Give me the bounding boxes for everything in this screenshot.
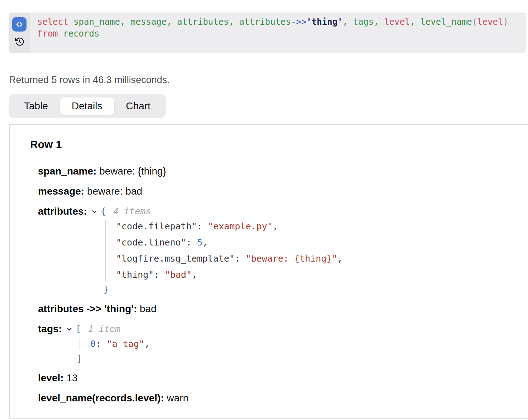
- json-viewer-header: attributes: { 4 items: [38, 205, 517, 218]
- history-icon: [15, 37, 24, 47]
- sql-token: level: [384, 17, 410, 27]
- json-entry: 0:"a tag",: [90, 336, 517, 352]
- sql-editor: select span_name, message, attributes, a…: [9, 13, 526, 53]
- sql-token: ->>: [291, 17, 306, 27]
- item-count: 1 item: [88, 323, 120, 335]
- field-label: attributes:: [38, 205, 87, 218]
- field-value: 13: [66, 372, 77, 383]
- close-bracket: ]: [38, 352, 517, 366]
- chevron-down-icon[interactable]: [91, 208, 98, 215]
- field-label: message:: [38, 186, 84, 197]
- field-value: beware: {thing}: [99, 166, 166, 177]
- chevron-down-icon[interactable]: [66, 325, 73, 333]
- open-bracket: [: [76, 323, 81, 335]
- code-icon: [15, 20, 24, 29]
- json-key: "logfire.msg_template": [116, 253, 235, 264]
- json-entry: "thing":"bad",: [116, 267, 517, 283]
- field-label: tags:: [38, 323, 62, 335]
- row-title: Row 1: [30, 138, 517, 151]
- tab-details[interactable]: Details: [60, 97, 114, 115]
- json-key: "code.filepath": [116, 221, 197, 232]
- json-comma: ,: [337, 253, 343, 264]
- json-colon: :: [154, 269, 159, 280]
- field-label: level:: [38, 372, 64, 383]
- field-level: level: 13: [38, 372, 517, 384]
- json-value: "beware: {thing}": [246, 253, 337, 264]
- run-query-button[interactable]: [12, 17, 27, 32]
- result-view-tabs: Table Details Chart: [9, 94, 166, 118]
- json-comma: ,: [273, 221, 278, 232]
- json-entry: "logfire.msg_template":"beware: {thing}"…: [116, 250, 517, 267]
- json-colon: :: [197, 221, 202, 232]
- field-tags: tags: [ 1 item 0:"a tag", ]: [38, 323, 517, 366]
- sql-token: select: [37, 17, 68, 27]
- field-label: attributes ->> 'thing':: [38, 303, 137, 314]
- sql-token: , level_name: [410, 17, 472, 27]
- json-entries: "code.filepath":"example.py", "code.line…: [38, 218, 517, 283]
- field-label: span_name:: [38, 166, 96, 177]
- query-history-button[interactable]: [15, 37, 24, 47]
- json-key: "thing": [116, 269, 154, 280]
- tab-chart[interactable]: Chart: [114, 97, 162, 115]
- item-count: 4 items: [113, 205, 151, 218]
- field-attributes: attributes: { 4 items "code.filepath":"e…: [38, 205, 517, 296]
- tab-table[interactable]: Table: [12, 97, 60, 115]
- field-level-name: level_name(records.level): warn: [38, 392, 517, 404]
- open-brace: {: [101, 205, 106, 218]
- json-entry: "code.filepath":"example.py",: [116, 218, 517, 234]
- sql-line-1: select span_name, message, attributes, a…: [37, 16, 508, 28]
- json-colon: :: [186, 237, 192, 248]
- close-brace: }: [38, 283, 517, 296]
- json-entry: "code.lineno":5,: [116, 234, 517, 250]
- json-comma: ,: [192, 269, 197, 280]
- json-viewer-header: tags: [ 1 item: [38, 323, 517, 335]
- field-value: beware: bad: [87, 186, 142, 197]
- json-value: "example.py": [208, 221, 273, 232]
- field-value: warn: [167, 392, 189, 404]
- sql-line-2: from records: [37, 28, 508, 40]
- editor-gutter: [9, 13, 30, 53]
- sql-token: records: [58, 29, 100, 39]
- json-comma: ,: [144, 339, 150, 349]
- json-colon: :: [96, 339, 101, 349]
- field-label: level_name(records.level):: [38, 392, 164, 404]
- query-result-status: Returned 5 rows in 46.3 milliseconds.: [9, 75, 528, 85]
- sql-token: level: [477, 17, 503, 27]
- field-value: bad: [140, 303, 157, 314]
- sql-token: from: [37, 29, 58, 39]
- field-attributes-thing: attributes ->> 'thing': bad: [38, 303, 517, 315]
- sql-token: span_name, message, attributes, attribut…: [68, 17, 291, 27]
- json-colon: :: [235, 253, 240, 264]
- query-input[interactable]: select span_name, message, attributes, a…: [30, 13, 515, 53]
- sql-token: , tags,: [343, 17, 384, 27]
- sql-token: 'thing': [306, 17, 342, 27]
- json-comma: ,: [202, 237, 208, 248]
- json-entries: 0:"a tag",: [38, 336, 517, 352]
- row-fields: span_name: beware: {thing} message: bewa…: [38, 165, 517, 404]
- sql-token: ): [503, 17, 508, 27]
- field-message: message: beware: bad: [38, 185, 517, 197]
- json-key: "code.lineno": [116, 237, 186, 248]
- json-value: 5: [197, 237, 202, 248]
- json-value: "bad": [165, 269, 192, 280]
- json-index: 0: [90, 339, 96, 349]
- sql-token: (: [472, 17, 477, 27]
- json-value: "a tag": [107, 339, 144, 349]
- details-panel: Row 1 span_name: beware: {thing} message…: [9, 124, 528, 419]
- field-span-name: span_name: beware: {thing}: [38, 165, 517, 177]
